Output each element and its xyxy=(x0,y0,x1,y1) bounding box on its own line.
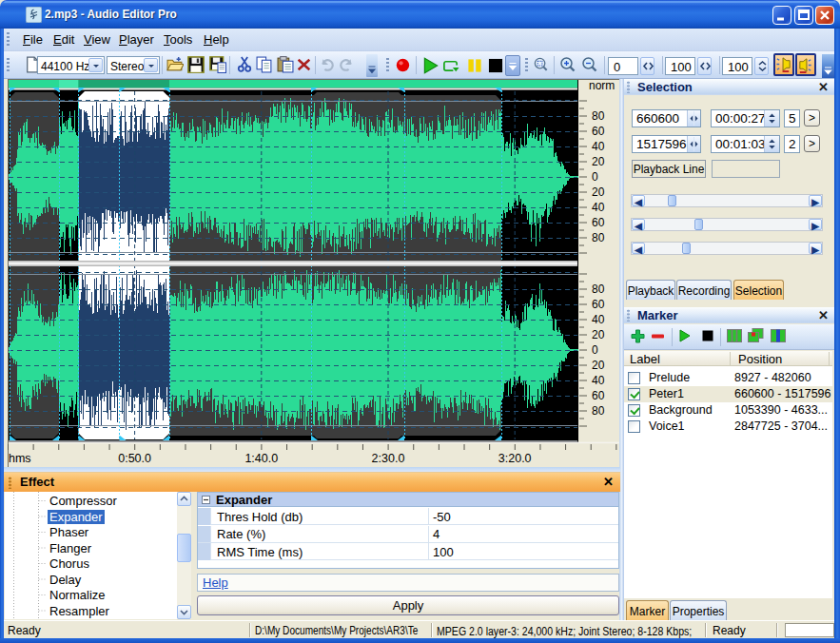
svg-text:20: 20 xyxy=(592,155,605,168)
svg-text:20: 20 xyxy=(592,359,605,372)
svg-text:0: 0 xyxy=(592,343,598,357)
svg-text:0: 0 xyxy=(592,170,598,184)
svg-text:40: 40 xyxy=(592,140,605,153)
svg-text:2:30.0: 2:30.0 xyxy=(372,452,405,465)
svg-text:hms: hms xyxy=(9,452,31,465)
svg-text:80: 80 xyxy=(592,283,605,296)
svg-text:60: 60 xyxy=(592,389,605,402)
svg-text:0:50.0: 0:50.0 xyxy=(118,452,151,465)
svg-text:80: 80 xyxy=(592,404,605,418)
svg-text:norm: norm xyxy=(589,79,615,92)
svg-text:60: 60 xyxy=(592,298,605,311)
svg-text:40: 40 xyxy=(592,374,605,387)
svg-text:20: 20 xyxy=(592,328,605,341)
svg-text:40: 40 xyxy=(592,313,605,326)
svg-text:1:40.0: 1:40.0 xyxy=(244,452,278,465)
svg-text:60: 60 xyxy=(592,125,605,138)
svg-text:80: 80 xyxy=(592,231,605,244)
svg-text:40: 40 xyxy=(592,201,605,214)
svg-text:60: 60 xyxy=(592,216,605,229)
svg-text:20: 20 xyxy=(592,185,605,199)
svg-text:80: 80 xyxy=(592,109,605,123)
svg-text:3:20.0: 3:20.0 xyxy=(498,452,532,465)
